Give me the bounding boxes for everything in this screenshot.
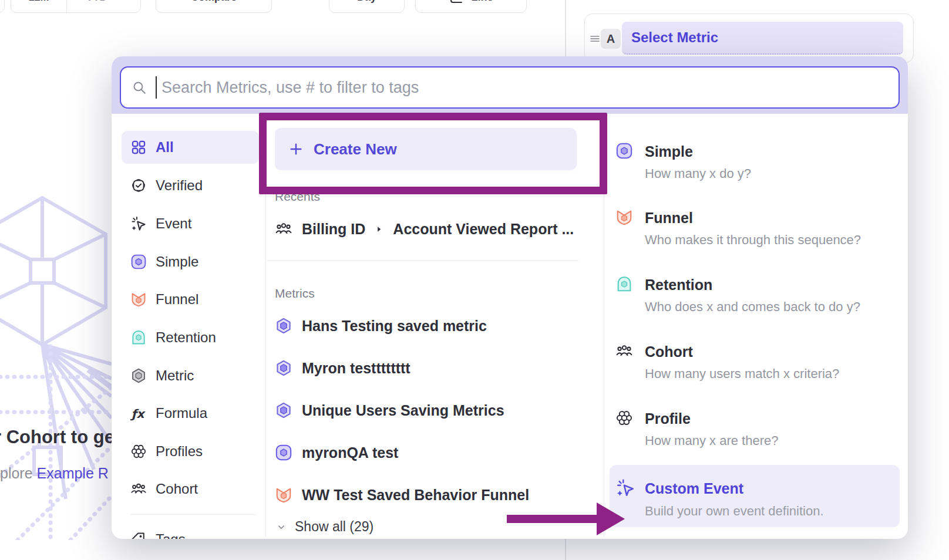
metric-item-label: myronQA test [302, 444, 398, 461]
chevron-down-icon [112, 0, 122, 2]
metric-item[interactable]: Myron testttttttt [275, 350, 592, 386]
metric-type-option-simple[interactable]: Simple How many x do y? [610, 139, 900, 196]
metric-item[interactable]: Unique Users Saving Metrics [275, 393, 592, 428]
sidebar-divider [130, 514, 256, 515]
date-range-group: 12M YTD [11, 0, 141, 13]
sidebar-item-label: All [156, 139, 174, 156]
sidebar-item-label: Funnel [156, 291, 198, 308]
profiles-flower-icon [130, 443, 147, 460]
sidebar-item-label: Formula [156, 405, 207, 421]
date-range-12m-label: 12M [29, 0, 49, 4]
cohort-people-icon [130, 481, 147, 497]
simple-squircle-icon [130, 254, 147, 270]
type-name: Profile [645, 410, 691, 427]
click-event-icon [130, 215, 147, 232]
date-range-ytd-button[interactable]: YTD [66, 0, 140, 12]
metric-item[interactable]: myronQA test [275, 435, 592, 470]
metric-type-option-funnel[interactable]: Funnel Who makes it through this sequenc… [610, 205, 900, 262]
tag-icon [130, 531, 147, 539]
empty-state-subline: plore Example R [0, 465, 109, 482]
toolbar-edge-fragment[interactable] [0, 0, 5, 13]
sidebar-item-profiles[interactable]: Profiles [122, 435, 259, 468]
compare-button[interactable]: Compare [156, 0, 272, 13]
funnel-icon [275, 486, 292, 504]
simple-squircle-icon [615, 142, 633, 160]
metric-item-label: Hans Testing saved metric [302, 318, 487, 335]
metrics-heading: Metrics [275, 286, 315, 301]
type-desc: Who does x and comes back to do y? [645, 299, 860, 315]
metric-type-option-cohort[interactable]: Cohort How many users match x criteria? [610, 339, 900, 396]
recents-divider [267, 260, 578, 261]
metric-type-option-profile[interactable]: Profile How many x are there? [610, 406, 900, 463]
example-reports-link[interactable]: Example R [37, 465, 109, 481]
date-range-12m-button[interactable]: 12M [11, 0, 66, 12]
sidebar-item-simple[interactable]: Simple [122, 245, 259, 278]
line-chart-icon [449, 0, 464, 5]
cohort-people-icon [275, 220, 292, 238]
annotation-arrow [504, 499, 627, 540]
sidebar-item-label: Simple [156, 254, 198, 270]
chevron-down-icon [276, 522, 287, 532]
empty-state-headline: r Cohort to ge [0, 427, 115, 448]
sidebar-item-all[interactable]: All [122, 131, 259, 164]
type-desc: Who makes it through this sequence? [645, 232, 861, 248]
sidebar-item-formula[interactable]: Formula [122, 397, 259, 430]
metric-item[interactable]: Hans Testing saved metric [275, 308, 592, 343]
type-name: Retention [645, 276, 712, 294]
metric-slot-card: A Select Metric [584, 14, 914, 63]
sidebar-item-funnel[interactable]: Funnel [122, 283, 259, 316]
funnel-icon [130, 291, 147, 308]
annotation-rectangle [259, 113, 607, 194]
metric-type-option-custom-event[interactable]: Custom Event Build your own event defini… [610, 465, 900, 527]
text-cursor [156, 76, 157, 99]
sidebar-item-metric[interactable]: Metric [122, 359, 259, 392]
sidebar-item-label: Cohort [156, 481, 198, 497]
recent-item[interactable]: Billing ID Account Viewed Report ... [275, 211, 592, 247]
sidebar-item-event[interactable]: Event [122, 207, 259, 240]
metric-type-option-retention[interactable]: Retention Who does x and comes back to d… [610, 272, 900, 329]
compare-label: Compare [191, 0, 237, 4]
simple-squircle-icon [275, 444, 292, 461]
search-box[interactable] [120, 66, 900, 109]
sidebar-item-label: Metric [156, 367, 194, 384]
sidebar-column-divider [265, 177, 266, 537]
sidebar-item-label: Retention [156, 329, 216, 346]
type-name: Cohort [645, 343, 693, 360]
sidebar-item-label: Event [156, 215, 191, 232]
formula-fx-icon [130, 405, 147, 421]
granularity-day-label: Day [357, 0, 376, 4]
saved-metric-hexagon-icon [275, 359, 292, 377]
verified-seal-icon [130, 177, 147, 194]
series-badge: A [601, 29, 621, 49]
retention-arch-icon [615, 275, 633, 293]
metric-item-label: Unique Users Saving Metrics [302, 402, 504, 419]
search-input[interactable] [160, 78, 888, 97]
recent-item-primary: Billing ID [302, 221, 365, 238]
sidebar-item-cohort[interactable]: Cohort [122, 473, 259, 505]
type-desc: Build your own event definition. [645, 504, 824, 519]
metric-picker-screen: 12M YTD Compare Day Line [0, 0, 949, 560]
drag-handle-icon[interactable] [588, 32, 601, 45]
retention-arch-icon [130, 329, 147, 346]
sidebar-item-retention[interactable]: Retention [122, 321, 259, 354]
sidebar-item-verified[interactable]: Verified [122, 169, 259, 202]
date-range-ytd-label: YTD [86, 0, 107, 4]
granularity-day-button[interactable]: Day [329, 0, 405, 13]
type-desc: How many users match x criteria? [645, 366, 839, 382]
grid-icon [130, 139, 147, 156]
sidebar-item-tags[interactable]: Tags [122, 523, 259, 539]
select-metric-label: Select Metric [631, 29, 718, 46]
show-all-toggle[interactable]: Show all (29) [276, 519, 373, 535]
profiles-flower-icon [615, 409, 633, 427]
type-name: Funnel [645, 210, 693, 227]
type-desc: How many x are there? [645, 433, 778, 448]
cohort-people-icon [615, 342, 633, 360]
type-name: Simple [645, 143, 693, 160]
saved-metric-hexagon-icon [275, 402, 292, 419]
sidebar-item-label: Tags [156, 531, 186, 539]
saved-metric-hexagon-icon [275, 317, 292, 335]
select-metric-field[interactable]: Select Metric [622, 22, 903, 55]
types-column-divider [604, 177, 604, 537]
chart-type-line-button[interactable]: Line [415, 0, 527, 13]
chart-type-line-label: Line [471, 0, 493, 4]
